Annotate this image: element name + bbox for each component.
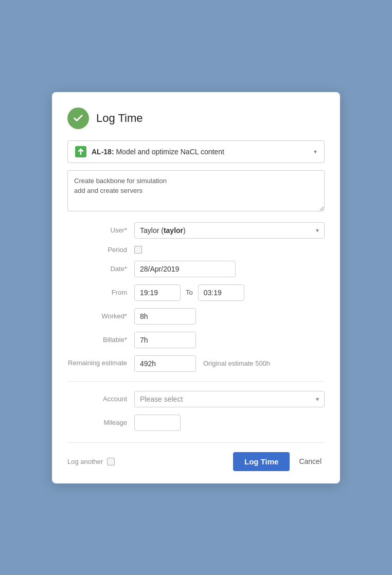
billable-label: Billable*: [67, 336, 134, 344]
issue-dropdown-arrow: ▾: [314, 148, 317, 155]
account-select[interactable]: Please select ▾: [134, 391, 325, 407]
from-label: From: [67, 289, 134, 296]
billable-row: Billable*: [67, 332, 325, 348]
mileage-label: Mileage: [67, 419, 134, 426]
account-placeholder: Please select: [140, 395, 183, 403]
mileage-row: Mileage: [67, 415, 325, 431]
dialog-header: Log Time: [67, 107, 325, 129]
issue-selector[interactable]: AL-18: Model and optimize NaCL content ▾: [67, 140, 325, 163]
user-dropdown-arrow: ▾: [316, 227, 319, 234]
from-to-row: From To: [67, 284, 325, 301]
account-label: Account: [67, 395, 134, 403]
dialog-footer: Log another Log Time Cancel: [67, 442, 325, 471]
check-circle-icon: [67, 107, 89, 129]
period-label: Period: [67, 246, 134, 254]
issue-label: AL-18: Model and optimize NaCL content: [92, 148, 309, 156]
remaining-input[interactable]: [134, 355, 196, 372]
original-estimate: Original estimate 500h: [203, 360, 270, 367]
log-another-container: Log another: [67, 458, 233, 465]
from-input[interactable]: [134, 284, 181, 301]
log-another-label: Log another: [67, 458, 103, 465]
date-input[interactable]: [134, 261, 236, 277]
log-time-dialog: Log Time AL-18: Model and optimize NaCL …: [52, 92, 340, 483]
period-row: Period: [67, 246, 325, 254]
log-time-button[interactable]: Log Time: [233, 452, 290, 471]
remaining-label: Remaining estimate: [67, 359, 134, 368]
divider: [67, 381, 325, 382]
cancel-button[interactable]: Cancel: [296, 452, 325, 471]
user-row: User* Taylor (taylor) ▾: [67, 222, 325, 239]
issue-title: Model and optimize NaCL content: [116, 148, 224, 156]
log-another-checkbox[interactable]: [107, 458, 115, 465]
billable-input[interactable]: [134, 332, 196, 348]
date-label: Date*: [67, 265, 134, 273]
date-row: Date*: [67, 261, 325, 277]
mileage-input[interactable]: [134, 415, 181, 431]
worked-input[interactable]: [134, 308, 196, 325]
account-dropdown-arrow: ▾: [316, 396, 319, 403]
worked-label: Worked*: [67, 312, 134, 320]
user-value: Taylor (taylor): [140, 226, 186, 235]
issue-id: AL-18:: [92, 148, 114, 156]
account-row: Account Please select ▾: [67, 391, 325, 407]
description-textarea[interactable]: [67, 170, 325, 211]
user-select[interactable]: Taylor (taylor) ▾: [134, 222, 325, 239]
period-checkbox[interactable]: [134, 246, 142, 254]
user-label: User*: [67, 226, 134, 234]
worked-row: Worked*: [67, 308, 325, 325]
issue-type-icon: [75, 146, 86, 157]
to-label: To: [181, 289, 198, 296]
remaining-row: Remaining estimate Original estimate 500…: [67, 355, 325, 372]
to-input[interactable]: [198, 284, 244, 301]
dialog-title: Log Time: [96, 112, 143, 125]
